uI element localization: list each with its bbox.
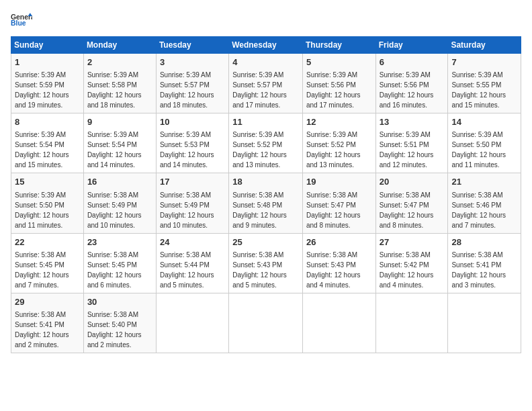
calendar-day-cell: 15 Sunrise: 5:39 AMSunset: 5:50 PMDaylig… (11, 173, 84, 233)
calendar-day-cell: 4 Sunrise: 5:39 AMSunset: 5:57 PMDayligh… (229, 54, 303, 113)
calendar-week-row: 8 Sunrise: 5:39 AMSunset: 5:54 PMDayligh… (11, 113, 521, 173)
day-info: Sunrise: 5:38 AMSunset: 5:49 PMDaylight:… (160, 191, 214, 229)
day-info: Sunrise: 5:38 AMSunset: 5:43 PMDaylight:… (306, 251, 361, 289)
weekday-header-cell: Thursday (302, 37, 375, 54)
day-info: Sunrise: 5:39 AMSunset: 5:52 PMDaylight:… (232, 131, 287, 169)
weekday-header-cell: Wednesday (229, 37, 303, 54)
calendar-day-cell: 16 Sunrise: 5:38 AMSunset: 5:49 PMDaylig… (83, 173, 156, 233)
calendar-day-cell (302, 293, 375, 353)
calendar-day-cell: 29 Sunrise: 5:38 AMSunset: 5:41 PMDaylig… (11, 293, 84, 353)
calendar-day-cell: 8 Sunrise: 5:39 AMSunset: 5:54 PMDayligh… (11, 113, 84, 173)
calendar-day-cell: 26 Sunrise: 5:38 AMSunset: 5:43 PMDaylig… (302, 233, 375, 293)
calendar-day-cell (375, 293, 448, 353)
day-info: Sunrise: 5:39 AMSunset: 5:51 PMDaylight:… (380, 131, 434, 169)
day-number: 22 (15, 236, 80, 248)
day-info: Sunrise: 5:39 AMSunset: 5:59 PMDaylight:… (15, 71, 69, 109)
weekday-header-row: SundayMondayTuesdayWednesdayThursdayFrid… (11, 37, 521, 54)
calendar-day-cell: 12 Sunrise: 5:39 AMSunset: 5:52 PMDaylig… (302, 113, 375, 173)
calendar-day-cell: 7 Sunrise: 5:39 AMSunset: 5:55 PMDayligh… (448, 54, 521, 113)
day-number: 30 (87, 296, 152, 308)
calendar-day-cell: 23 Sunrise: 5:38 AMSunset: 5:45 PMDaylig… (83, 233, 156, 293)
calendar-week-row: 22 Sunrise: 5:38 AMSunset: 5:45 PMDaylig… (11, 233, 521, 293)
day-info: Sunrise: 5:38 AMSunset: 5:47 PMDaylight:… (306, 191, 361, 229)
day-number: 26 (306, 236, 372, 248)
calendar-day-cell: 28 Sunrise: 5:38 AMSunset: 5:41 PMDaylig… (448, 233, 521, 293)
calendar-day-cell: 5 Sunrise: 5:39 AMSunset: 5:56 PMDayligh… (302, 54, 375, 113)
day-info: Sunrise: 5:38 AMSunset: 5:42 PMDaylight:… (380, 251, 434, 289)
day-number: 2 (87, 56, 152, 68)
calendar-day-cell: 3 Sunrise: 5:39 AMSunset: 5:57 PMDayligh… (156, 54, 228, 113)
calendar-day-cell: 22 Sunrise: 5:38 AMSunset: 5:45 PMDaylig… (11, 233, 84, 293)
day-info: Sunrise: 5:38 AMSunset: 5:47 PMDaylight:… (380, 191, 434, 229)
calendar-day-cell: 21 Sunrise: 5:38 AMSunset: 5:46 PMDaylig… (448, 173, 521, 233)
day-number: 14 (451, 116, 517, 128)
calendar-week-row: 1 Sunrise: 5:39 AMSunset: 5:59 PMDayligh… (11, 54, 521, 113)
calendar-table: SundayMondayTuesdayWednesdayThursdayFrid… (11, 36, 521, 353)
weekday-header-cell: Tuesday (156, 37, 228, 54)
day-info: Sunrise: 5:38 AMSunset: 5:41 PMDaylight:… (451, 251, 506, 289)
day-info: Sunrise: 5:38 AMSunset: 5:40 PMDaylight:… (87, 311, 142, 349)
day-number: 27 (380, 236, 445, 248)
day-number: 3 (160, 56, 225, 68)
day-number: 4 (232, 56, 299, 68)
day-info: Sunrise: 5:39 AMSunset: 5:56 PMDaylight:… (306, 71, 361, 109)
day-number: 13 (380, 116, 445, 128)
day-info: Sunrise: 5:38 AMSunset: 5:48 PMDaylight:… (232, 191, 287, 229)
calendar-day-cell: 18 Sunrise: 5:38 AMSunset: 5:48 PMDaylig… (229, 173, 303, 233)
calendar-day-cell (156, 293, 228, 353)
calendar-day-cell: 1 Sunrise: 5:39 AMSunset: 5:59 PMDayligh… (11, 54, 84, 113)
day-info: Sunrise: 5:39 AMSunset: 5:50 PMDaylight:… (451, 131, 506, 169)
day-info: Sunrise: 5:38 AMSunset: 5:41 PMDaylight:… (15, 311, 69, 349)
day-info: Sunrise: 5:38 AMSunset: 5:46 PMDaylight:… (451, 191, 506, 229)
calendar-day-cell: 24 Sunrise: 5:38 AMSunset: 5:44 PMDaylig… (156, 233, 228, 293)
calendar-day-cell: 30 Sunrise: 5:38 AMSunset: 5:40 PMDaylig… (83, 293, 156, 353)
calendar-day-cell (229, 293, 303, 353)
calendar-day-cell (448, 293, 521, 353)
day-info: Sunrise: 5:39 AMSunset: 5:53 PMDaylight:… (160, 131, 214, 169)
day-info: Sunrise: 5:39 AMSunset: 5:50 PMDaylight:… (15, 191, 69, 229)
calendar-day-cell: 17 Sunrise: 5:38 AMSunset: 5:49 PMDaylig… (156, 173, 228, 233)
day-number: 18 (232, 176, 299, 188)
weekday-header-cell: Sunday (11, 37, 84, 54)
day-info: Sunrise: 5:38 AMSunset: 5:43 PMDaylight:… (232, 251, 287, 289)
page-header: General Blue (11, 11, 521, 30)
calendar-day-cell: 11 Sunrise: 5:39 AMSunset: 5:52 PMDaylig… (229, 113, 303, 173)
logo-icon: General Blue (11, 11, 32, 30)
day-number: 1 (15, 56, 80, 68)
day-number: 15 (15, 176, 80, 188)
day-number: 29 (15, 296, 80, 308)
day-number: 9 (87, 116, 152, 128)
calendar-day-cell: 2 Sunrise: 5:39 AMSunset: 5:58 PMDayligh… (83, 54, 156, 113)
day-number: 11 (232, 116, 299, 128)
weekday-header-cell: Saturday (448, 37, 521, 54)
day-number: 19 (306, 176, 372, 188)
day-number: 5 (306, 56, 372, 68)
day-number: 6 (380, 56, 445, 68)
calendar-week-row: 29 Sunrise: 5:38 AMSunset: 5:41 PMDaylig… (11, 293, 521, 353)
day-number: 16 (87, 176, 152, 188)
day-info: Sunrise: 5:39 AMSunset: 5:57 PMDaylight:… (160, 71, 214, 109)
day-info: Sunrise: 5:39 AMSunset: 5:54 PMDaylight:… (15, 131, 69, 169)
calendar-day-cell: 19 Sunrise: 5:38 AMSunset: 5:47 PMDaylig… (302, 173, 375, 233)
calendar-day-cell: 9 Sunrise: 5:39 AMSunset: 5:54 PMDayligh… (83, 113, 156, 173)
day-info: Sunrise: 5:39 AMSunset: 5:55 PMDaylight:… (451, 71, 506, 109)
calendar-week-row: 15 Sunrise: 5:39 AMSunset: 5:50 PMDaylig… (11, 173, 521, 233)
calendar-day-cell: 27 Sunrise: 5:38 AMSunset: 5:42 PMDaylig… (375, 233, 448, 293)
day-number: 23 (87, 236, 152, 248)
day-number: 8 (15, 116, 80, 128)
svg-text:Blue: Blue (11, 19, 26, 27)
weekday-header-cell: Friday (375, 37, 448, 54)
day-number: 21 (451, 176, 517, 188)
day-number: 24 (160, 236, 225, 248)
day-number: 20 (380, 176, 445, 188)
day-info: Sunrise: 5:38 AMSunset: 5:45 PMDaylight:… (15, 251, 69, 289)
calendar-day-cell: 13 Sunrise: 5:39 AMSunset: 5:51 PMDaylig… (375, 113, 448, 173)
calendar-day-cell: 20 Sunrise: 5:38 AMSunset: 5:47 PMDaylig… (375, 173, 448, 233)
day-info: Sunrise: 5:39 AMSunset: 5:58 PMDaylight:… (87, 71, 142, 109)
day-info: Sunrise: 5:39 AMSunset: 5:52 PMDaylight:… (306, 131, 361, 169)
day-number: 28 (451, 236, 517, 248)
day-number: 25 (232, 236, 299, 248)
calendar-day-cell: 10 Sunrise: 5:39 AMSunset: 5:53 PMDaylig… (156, 113, 228, 173)
day-info: Sunrise: 5:38 AMSunset: 5:49 PMDaylight:… (87, 191, 142, 229)
calendar-day-cell: 6 Sunrise: 5:39 AMSunset: 5:56 PMDayligh… (375, 54, 448, 113)
